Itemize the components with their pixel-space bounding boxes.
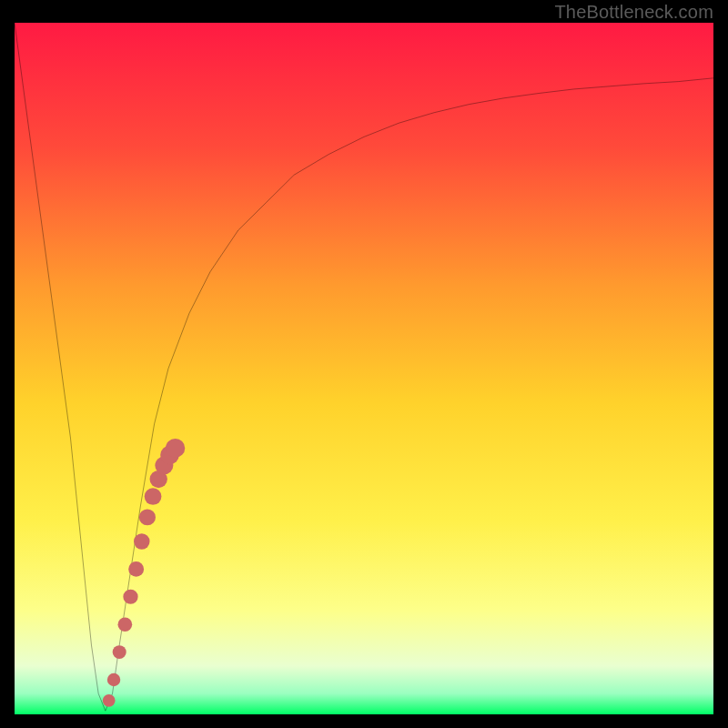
highlight-marker bbox=[134, 533, 150, 549]
highlight-marker bbox=[118, 617, 133, 632]
highlight-marker bbox=[123, 590, 137, 604]
gradient-background bbox=[15, 23, 713, 714]
watermark-text: TheBottleneck.com bbox=[554, 2, 713, 23]
highlight-marker bbox=[113, 645, 126, 659]
bottleneck-chart bbox=[15, 23, 713, 714]
highlight-marker bbox=[166, 439, 185, 458]
highlight-marker bbox=[103, 694, 116, 707]
highlight-marker bbox=[128, 561, 144, 577]
highlight-marker bbox=[107, 673, 120, 686]
highlight-marker bbox=[139, 509, 156, 525]
chart-frame bbox=[15, 23, 713, 714]
highlight-marker bbox=[145, 488, 162, 505]
